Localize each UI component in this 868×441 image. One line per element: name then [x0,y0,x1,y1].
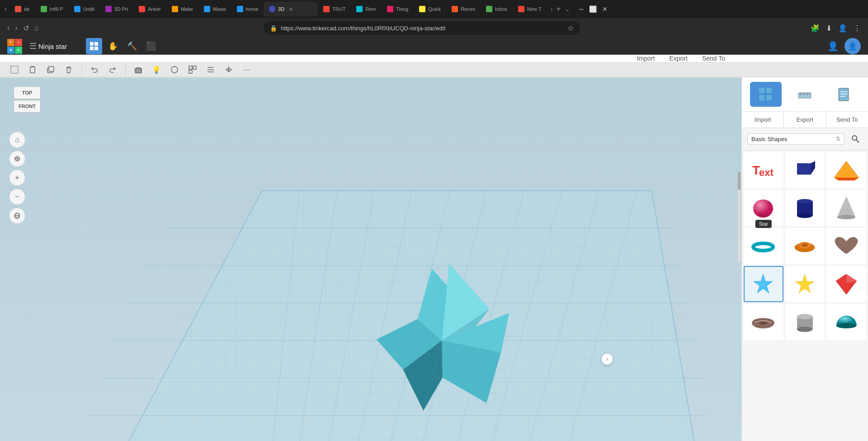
shape-torus[interactable]: Star [744,228,783,264]
panel-collapse-btn[interactable]: › [602,354,613,365]
close-btn[interactable]: ✕ [602,5,608,13]
more-tools-btn[interactable]: ⋯ [240,62,254,77]
maximize-btn[interactable]: ⬜ [589,5,597,13]
menu-icon[interactable]: ⋮ [854,24,861,33]
shape-cylinder-dark[interactable] [785,190,825,226]
view-cube-top[interactable]: TOP [14,86,41,99]
export-btn[interactable]: Export [662,55,694,62]
forward-btn[interactable]: › [15,24,17,32]
header-menu-toggle[interactable]: ☰ [29,41,37,51]
url-bar[interactable]: 🔒 https://www.tinkercad.com/things/hL0Rf… [264,21,580,35]
minimize-btn[interactable]: ─ [579,5,584,13]
tab-quick[interactable]: Quick [414,2,446,16]
group-btn[interactable] [185,62,200,77]
home-btn[interactable]: ⌂ [34,24,39,32]
tab-overflow[interactable]: › [551,5,553,13]
tab-3dprint[interactable]: 3D Pri [100,2,134,16]
redo-btn[interactable] [105,62,120,77]
panel-ruler-icon[interactable] [789,82,821,107]
svg-point-84 [757,214,769,218]
tab-recent[interactable]: Recen [446,2,481,16]
dropdown-arrow[interactable]: ⇅ [836,136,840,142]
svg-marker-78 [797,163,811,175]
panel-grid-icon[interactable] [750,82,782,107]
shape-star-yellow[interactable] [785,266,825,302]
zoom-in-btn[interactable]: + [9,170,25,186]
shape-gem[interactable] [826,266,866,302]
panel-notes-icon[interactable] [828,82,860,107]
view-cube-front[interactable]: FRONT [14,100,41,113]
app-title: Ninja star [38,43,67,50]
user-avatar[interactable]: 👤 [844,38,861,54]
tab-horse[interactable]: horse [231,2,264,16]
shape-halfsphere[interactable] [826,304,866,340]
shape-cone[interactable] [826,190,866,226]
address-bar: ‹ › ↺ ⌂ 🔒 https://www.tinkercad.com/thin… [0,18,868,38]
tab-untitled[interactable]: Untitl [69,2,100,16]
camera-btn[interactable] [131,62,146,77]
shape-pyramid[interactable] [826,152,866,188]
bookmark-icon[interactable]: ☆ [567,24,574,33]
align-btn[interactable] [203,62,218,77]
tab-inbox[interactable]: Inbox [481,2,513,16]
hand-tool-btn[interactable]: ✋ [105,38,121,54]
tab-infill[interactable]: Infill P [35,2,69,16]
panel-sendto-btn[interactable]: Send To [826,112,868,128]
perspective-btn[interactable] [9,208,25,224]
back-btn[interactable]: ‹ [7,24,9,32]
grid-view-btn[interactable] [86,38,102,54]
favorite-icon-star[interactable]: ☆ [776,269,781,275]
svg-point-10 [171,66,178,73]
home-view-btn[interactable]: ⌂ [9,132,25,148]
canvas-area[interactable]: TOP FRONT ⌂ + − › [0,77,741,441]
tab-new[interactable]: New T [513,2,547,16]
shape-heart[interactable] [826,228,866,264]
import-btn[interactable]: Import [630,55,662,62]
hammer-btn[interactable]: 🔨 [124,38,140,54]
tab-3d-active[interactable]: 3D ✕ [264,2,318,16]
shape-ring2[interactable] [744,304,783,340]
duplicate-btn[interactable] [43,62,58,77]
tab-de[interactable]: de [9,2,35,16]
tab-thing[interactable]: Thing [382,2,414,16]
zoom-out-btn[interactable]: − [9,189,25,205]
download-icon[interactable]: ⬇ [826,24,832,33]
new-tab-btn[interactable]: + [556,5,561,14]
paste-btn[interactable] [25,62,40,77]
search-btn[interactable] [848,132,863,146]
tab-make[interactable]: Make [166,2,198,16]
deselect-btn[interactable] [7,62,22,77]
view-cube[interactable]: TOP FRONT [9,86,45,123]
layers-btn[interactable]: ⬛ [143,38,159,54]
undo-btn[interactable] [87,62,102,77]
tab-list-btn[interactable]: ⌄ [565,5,570,13]
add-person-btn[interactable]: 👤 [825,38,841,54]
canvas-svg: Workplane [0,77,741,441]
light-btn[interactable]: 💡 [149,62,164,77]
refresh-btn[interactable]: ↺ [23,24,29,33]
panel-top-icons [742,77,868,112]
mirror-btn[interactable] [222,62,236,77]
tab-truth[interactable]: TRUT [318,2,351,16]
delete-btn[interactable] [61,62,76,77]
panel-export-btn[interactable]: Export [784,112,826,128]
tab-inbox-label: Inbox [495,6,507,12]
shape-box[interactable] [785,152,825,188]
extensions-icon[interactable]: 🧩 [811,24,820,33]
shape-btn[interactable] [167,62,182,77]
shape-cylinder-gray[interactable] [785,304,825,340]
tab-maxwell[interactable]: Maxw [198,2,231,16]
shape-ring[interactable] [785,228,825,264]
sendto-btn[interactable]: Send To [695,55,732,62]
svg-point-87 [797,213,812,218]
tab-remo[interactable]: Rem [351,2,381,16]
shape-star-selected[interactable]: ☆ [744,266,783,302]
browser-back[interactable]: ‹ [5,5,7,13]
fit-view-btn[interactable] [9,151,25,167]
tab-anker[interactable]: Anker [133,2,166,16]
svg-point-108 [797,314,812,319]
svg-point-86 [797,199,812,204]
profile-icon[interactable]: 👤 [838,24,847,33]
shape-text[interactable]: T ext [744,152,783,188]
panel-import-btn[interactable]: Import [742,112,784,128]
